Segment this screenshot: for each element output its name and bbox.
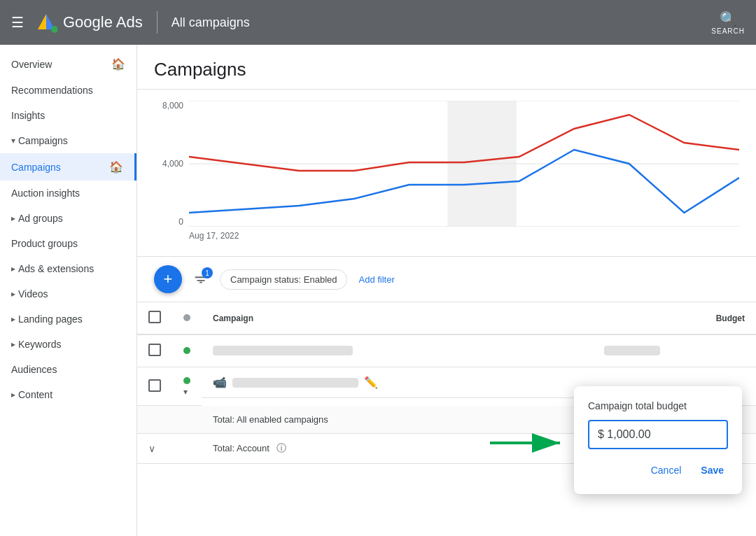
sidebar-item-audiences-label: Audiences [11, 364, 57, 375]
chart-container: 8,000 4,000 0 [154, 101, 739, 241]
row2-status-cell: ▾ [172, 367, 202, 406]
content-expand-icon: ▸ [11, 390, 15, 400]
header-subtitle: All campaigns [172, 15, 250, 30]
campaigns-expand-icon: ▾ [11, 136, 15, 146]
row1-checkbox-cell [137, 334, 172, 367]
row2-edit-icon[interactable]: ✏️ [364, 376, 378, 389]
sidebar-item-audiences[interactable]: Audiences [0, 357, 136, 382]
landing-pages-expand-icon: ▸ [11, 314, 15, 324]
page-title: Campaigns [137, 45, 756, 89]
green-arrow [486, 429, 570, 459]
y-label-0: 0 [154, 217, 183, 227]
budget-popup: Campaign total budget Cancel Save [574, 386, 742, 494]
svg-rect-6 [447, 101, 516, 227]
sidebar-item-campaigns-header[interactable]: ▾ Campaigns [0, 128, 136, 153]
th-budget: Budget [593, 302, 756, 334]
sidebar-item-ads-extensions[interactable]: ▸ Ads & extensions [0, 256, 136, 281]
green-arrow-icon [486, 429, 570, 457]
table-row [137, 334, 756, 367]
row1-budget[interactable] [604, 346, 660, 355]
add-button[interactable]: + [154, 265, 182, 293]
sidebar-item-insights-label: Insights [11, 110, 45, 121]
video-icon: 📹 [213, 376, 227, 389]
select-all-checkbox[interactable] [148, 311, 161, 323]
sidebar-item-auction-insights[interactable]: Auction insights [0, 181, 136, 206]
row1-campaign-name[interactable] [213, 346, 353, 355]
sidebar-item-product-groups[interactable]: Product groups [0, 231, 136, 256]
sidebar-item-campaigns-label: Campaigns [11, 162, 61, 173]
sidebar-item-content[interactable]: ▸ Content [0, 382, 136, 407]
sidebar-item-keywords[interactable]: ▸ Keywords [0, 332, 136, 357]
ads-extensions-expand-icon: ▸ [11, 264, 15, 274]
sidebar-item-recommendations-label: Recommendations [11, 85, 93, 96]
campaign-status-filter[interactable]: Campaign status: Enabled [220, 269, 347, 290]
sidebar-item-keywords-label: Keywords [18, 339, 61, 350]
sidebar-item-overview[interactable]: Overview 🏠 [0, 50, 136, 78]
row2-campaign-cell: 📹 ✏️ [202, 367, 593, 398]
total-status-cell [172, 406, 202, 434]
row1-status-cell [172, 334, 202, 367]
sidebar-item-videos-label: Videos [18, 288, 48, 299]
ad-groups-expand-icon: ▸ [11, 213, 15, 223]
add-filter-link[interactable]: Add filter [358, 274, 394, 285]
row2-status-dot [183, 377, 190, 384]
sidebar-item-insights[interactable]: Insights [0, 103, 136, 128]
row1-status-dot [183, 347, 190, 354]
account-total-label: Total: Account [213, 443, 270, 453]
row1-budget-cell [593, 334, 756, 367]
svg-marker-0 [38, 14, 46, 29]
sidebar: Overview 🏠 Recommendations Insights ▾ Ca… [0, 45, 137, 536]
sidebar-item-campaigns-header-label: Campaigns [18, 135, 68, 146]
sidebar-item-overview-label: Overview [11, 59, 52, 70]
account-empty-cell [172, 433, 202, 463]
th-campaign: Campaign [202, 302, 593, 334]
row2-campaign-name[interactable] [232, 378, 358, 388]
chart-area: 8,000 4,000 0 [137, 89, 756, 257]
th-checkbox [137, 302, 172, 334]
cancel-button[interactable]: Cancel [647, 460, 686, 480]
toolbar: + 1 Campaign status: Enabled Add filter [137, 257, 756, 302]
menu-icon[interactable]: ☰ [11, 14, 24, 31]
filter-badge: 1 [202, 267, 213, 278]
campaigns-home-icon: 🏠 [109, 160, 123, 174]
google-ads-logo-icon [35, 11, 57, 34]
budget-actions: Cancel Save [588, 460, 728, 480]
search-button[interactable]: 🔍 SEARCH [711, 10, 745, 35]
account-chevron-cell: ∨ [137, 433, 172, 463]
row2-status-dropdown[interactable]: ▾ [183, 387, 188, 397]
home-icon: 🏠 [111, 57, 125, 71]
chart-svg [189, 101, 739, 227]
sidebar-item-landing-pages[interactable]: ▸ Landing pages [0, 306, 136, 332]
help-icon[interactable]: ⓘ [276, 442, 286, 453]
chart-y-labels: 8,000 4,000 0 [154, 101, 189, 227]
row2-checkbox-cell [137, 367, 172, 406]
filter-button[interactable]: 1 [193, 271, 209, 287]
row1-checkbox[interactable] [148, 344, 161, 356]
sidebar-item-content-label: Content [18, 389, 52, 400]
sidebar-item-ad-groups-label: Ad groups [18, 213, 63, 224]
status-header-dot [183, 314, 190, 321]
header: ☰ Google Ads All campaigns 🔍 SEARCH [0, 0, 756, 45]
y-label-4000: 4,000 [154, 159, 183, 169]
total-checkbox-cell [137, 406, 172, 434]
chart-lines [189, 101, 739, 227]
main-content: Campaigns 8,000 4,000 0 [137, 45, 756, 536]
budget-popup-title: Campaign total budget [588, 400, 728, 411]
chart-x-label: Aug 17, 2022 [189, 231, 239, 241]
sidebar-item-auction-insights-label: Auction insights [11, 188, 80, 199]
row2-checkbox[interactable] [148, 379, 161, 392]
save-button[interactable]: Save [696, 460, 728, 480]
sidebar-item-product-groups-label: Product groups [11, 238, 78, 249]
account-chevron-icon[interactable]: ∨ [148, 443, 155, 454]
budget-input-wrap [588, 420, 728, 449]
sidebar-item-campaigns[interactable]: Campaigns 🏠 [0, 153, 136, 181]
row1-campaign-cell [202, 334, 593, 367]
total-enabled-label: Total: All enabled campaigns [213, 414, 328, 425]
sidebar-item-ad-groups[interactable]: ▸ Ad groups [0, 206, 136, 231]
sidebar-item-landing-pages-label: Landing pages [18, 313, 83, 325]
search-icon: 🔍 [720, 10, 737, 27]
sidebar-item-recommendations[interactable]: Recommendations [0, 78, 136, 103]
sidebar-item-videos[interactable]: ▸ Videos [0, 281, 136, 306]
budget-input[interactable] [598, 428, 718, 441]
search-label: SEARCH [711, 27, 745, 35]
